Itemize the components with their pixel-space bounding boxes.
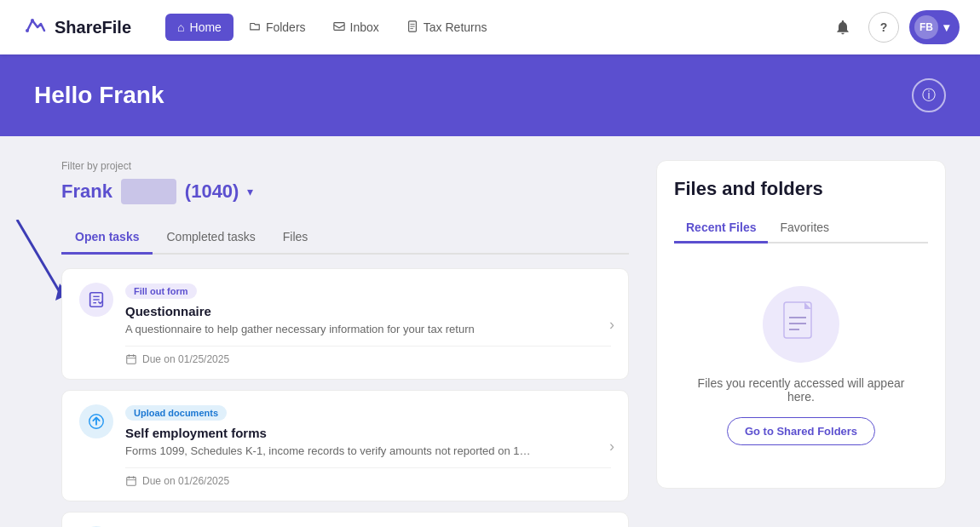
- svg-line-8: [17, 220, 60, 292]
- task-due: Due on 01/25/2025: [125, 346, 611, 365]
- info-button[interactable]: ⓘ: [912, 78, 946, 112]
- task-badge: Upload documents: [125, 405, 227, 421]
- svg-rect-14: [127, 356, 136, 364]
- logo-text: ShareFile: [55, 18, 131, 37]
- task-title: Self employment forms: [125, 426, 611, 440]
- user-menu-button[interactable]: FB ▾: [909, 10, 960, 44]
- task-desc: A questionnaire to help gather necessary…: [125, 322, 534, 337]
- svg-point-1: [26, 29, 29, 32]
- files-empty-text: Files you recently accessed will appear …: [691, 376, 911, 404]
- nav-right: ? FB ▾: [827, 10, 960, 44]
- task-header: Upload documents Self employment forms F…: [79, 404, 611, 487]
- nav-folders[interactable]: Folders: [237, 14, 318, 42]
- greeting: Hello Frank: [34, 82, 164, 109]
- go-to-shared-folders-button[interactable]: Go to Shared Folders: [727, 417, 875, 445]
- task-header: Fill out form Questionnaire A questionna…: [79, 283, 611, 365]
- nav-home[interactable]: ⌂ Home: [165, 14, 233, 41]
- task-badge: Fill out form: [125, 284, 197, 299]
- task-desc: Forms 1099, Schedules K-1, income record…: [125, 444, 534, 459]
- right-panel: Files and folders Recent Files Favorites: [656, 160, 946, 527]
- navbar: ShareFile ⌂ Home Folders Inbox Tax Retur…: [0, 0, 980, 54]
- task-tabs: Open tasks Completed tasks Files: [61, 221, 629, 255]
- due-date: Due on 01/26/2025: [142, 475, 229, 487]
- logo[interactable]: ShareFile: [20, 14, 131, 41]
- task-card-savings[interactable]: Upload documents Savings, Investments & …: [61, 512, 629, 527]
- folders-icon: [249, 20, 261, 35]
- filter-label: Filter by project: [61, 160, 629, 172]
- info-icon: ⓘ: [922, 87, 936, 105]
- files-empty-state: Files you recently accessed will appear …: [674, 261, 928, 471]
- avatar: FB: [914, 15, 938, 39]
- tab-open-tasks[interactable]: Open tasks: [61, 221, 153, 255]
- main-content: Filter by project Frank (1040) ▾ Open ta…: [0, 136, 980, 527]
- home-icon: ⌂: [177, 20, 184, 34]
- due-date: Due on 01/25/2025: [142, 353, 229, 365]
- help-button[interactable]: ?: [868, 12, 899, 43]
- svg-rect-3: [333, 22, 343, 30]
- task-body: Fill out form Questionnaire A questionna…: [125, 283, 611, 365]
- chevron-right-icon: ›: [609, 315, 614, 333]
- files-title: Files and folders: [674, 178, 928, 200]
- nav-inbox[interactable]: Inbox: [321, 14, 391, 42]
- tab-favorites[interactable]: Favorites: [768, 214, 841, 243]
- project-dropdown-icon[interactable]: ▾: [247, 185, 253, 198]
- project-name: Frank: [61, 180, 112, 203]
- svg-rect-20: [127, 478, 136, 486]
- notifications-button[interactable]: [827, 12, 858, 43]
- files-tabs: Recent Files Favorites: [674, 214, 928, 243]
- sharefile-logo-icon: [20, 14, 48, 41]
- task-card-questionnaire[interactable]: Fill out form Questionnaire A questionna…: [61, 268, 629, 380]
- task-card-self-employment[interactable]: Upload documents Self employment forms F…: [61, 390, 629, 501]
- file-icon-circle: [763, 286, 839, 363]
- hero-section: Hello Frank ⓘ: [0, 54, 980, 136]
- task-icon-upload: [79, 404, 113, 438]
- files-card: Files and folders Recent Files Favorites: [656, 160, 946, 489]
- task-due: Due on 01/26/2025: [125, 467, 611, 487]
- tab-files[interactable]: Files: [269, 221, 322, 255]
- tab-completed-tasks[interactable]: Completed tasks: [153, 221, 268, 255]
- nav-tax-returns[interactable]: Tax Returns: [395, 14, 499, 42]
- tax-returns-icon: [406, 20, 418, 35]
- project-count: (1040): [185, 180, 239, 203]
- nav-links: ⌂ Home Folders Inbox Tax Returns: [165, 14, 827, 42]
- chevron-right-icon: ›: [609, 437, 614, 455]
- tab-recent-files[interactable]: Recent Files: [674, 214, 768, 243]
- task-title: Questionnaire: [125, 304, 611, 318]
- left-panel: Filter by project Frank (1040) ▾ Open ta…: [61, 160, 629, 527]
- inbox-icon: [333, 20, 345, 35]
- project-selector: Frank (1040) ▾: [61, 179, 629, 204]
- task-icon-form: [79, 283, 113, 317]
- dropdown-arrow-icon: ▾: [943, 20, 949, 34]
- svg-point-2: [31, 19, 34, 22]
- project-name-blurred: [121, 179, 176, 204]
- task-body: Upload documents Self employment forms F…: [125, 404, 611, 487]
